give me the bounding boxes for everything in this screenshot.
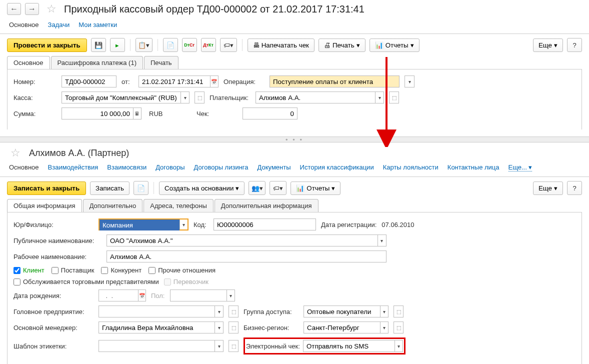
parent-open-button[interactable]: ⬚ [228,306,238,318]
save-and-close-button[interactable]: Записать и закрыть [7,182,86,195]
competitor-checkbox[interactable]: Конкурент [101,266,142,274]
create-based-button[interactable]: Создать на основании▾ [159,182,244,195]
number-label: Номер: [14,78,56,86]
manager-input[interactable]: ▾ [98,322,224,334]
nav-leasing[interactable]: Договоры лизинга [194,164,248,172]
nav-documents[interactable]: Документы [258,164,291,172]
client-checkbox[interactable]: Клиент [14,266,44,274]
clipboard-icon-button[interactable]: 📋▾ [136,38,152,52]
operation-dropdown-button[interactable]: ▾ [404,76,414,88]
check-input[interactable] [242,108,298,120]
printer-icon: 🖶 [253,42,260,49]
sum-input[interactable]: 🖩 [62,108,142,120]
nav-back-button[interactable]: ← [7,3,21,15]
yur-select[interactable]: ▾ [98,218,188,230]
splitter[interactable] [0,136,589,142]
access-open-button[interactable]: ⬚ [394,306,404,318]
nav-main[interactable]: Основное [9,164,39,172]
tab-main[interactable]: Основное [7,56,50,69]
dropdown-icon[interactable]: ▾ [214,340,223,352]
open-icon[interactable]: ⬚ [390,92,398,103]
tab-print[interactable]: Печать [144,56,178,69]
echeck-select[interactable]: ▾ [303,340,403,352]
nav-history[interactable]: История классификации [300,164,374,172]
parent-input[interactable]: ▾ [98,306,224,318]
manager-open-button[interactable]: ⬚ [228,322,238,334]
tab-decode[interactable]: Расшифровка платежа (1) [51,56,143,69]
post-icon-button[interactable]: ▸ [110,38,125,52]
nav-contacts[interactable]: Контактные лица [448,164,500,172]
doc-icon-button[interactable]: 📄 [163,38,178,52]
tab-addinfo[interactable]: Дополнительная информация [214,199,318,212]
nav-relations[interactable]: Взаимосвязи [107,164,146,172]
partner-title: Алхимов А.А. (Партнер) [29,148,129,158]
tab-addresses[interactable]: Адреса, телефоны [144,199,214,212]
dropdown-icon[interactable]: ▾ [380,322,388,333]
post-and-close-button[interactable]: Провести и закрыть [7,38,87,52]
nav-forward-button[interactable]: → [25,3,39,15]
tab-additional[interactable]: Дополнительно [83,199,143,212]
section-main[interactable]: Основное [9,21,39,28]
pubname-input[interactable]: ▾ [106,234,386,246]
partner-more-button[interactable]: Еще▾ [533,182,563,195]
kassa-input[interactable]: ▾ [62,92,190,104]
served-checkbox[interactable]: Обслуживается торговыми представителями [14,278,159,286]
page-title: Приходный кассовый ордер ТД00-000002 от … [64,4,364,15]
payer-input[interactable]: ▾ [256,92,384,104]
nav-more[interactable]: Еще... ▾ [508,164,532,172]
calculator-icon[interactable]: 🖩 [133,108,141,119]
dropdown-icon[interactable]: ▾ [214,322,223,333]
code-input[interactable] [214,218,316,230]
dropdown-icon[interactable]: ▾ [180,220,188,230]
dtcr-icon-button[interactable]: DтCr [182,38,197,52]
calendar-icon: 📅 [138,290,146,301]
dropdown-icon[interactable]: ▾ [378,235,386,246]
tab-general[interactable]: Общая информация [7,199,82,212]
supplier-checkbox[interactable]: Поставщик [52,266,94,274]
more-button[interactable]: Еще▾ [533,38,563,52]
dropdown-icon[interactable]: ▾ [180,92,189,103]
dropdown-icon[interactable]: ▾ [394,340,403,352]
dropdown-icon[interactable]: ▾ [380,306,388,317]
nav-loyalty[interactable]: Карты лояльности [383,164,438,172]
region-open-button[interactable]: ⬚ [394,322,404,334]
number-input[interactable] [62,76,116,88]
payer-open-button[interactable]: ⬚ [389,92,399,104]
template-label: Шаблон этикетки: [14,342,94,350]
kassa-open-button[interactable]: ⬚ [194,92,204,104]
region-label: Бизнес-регион: [244,324,298,332]
reports-button[interactable]: 📊Отчеты▾ [370,38,420,52]
other-rel-checkbox[interactable]: Прочие отношения [148,266,216,274]
open-icon[interactable]: ⬚ [195,92,204,103]
sum-label: Сумма: [14,110,56,118]
save-button[interactable]: Записать [90,182,130,195]
dropdown-icon[interactable]: ▾ [375,92,384,103]
favorite-star-icon[interactable]: ☆ [46,4,57,14]
section-notes[interactable]: Мои заметки [78,21,117,28]
section-tasks[interactable]: Задачи [48,21,70,28]
dropdown-icon[interactable]: ▾ [214,306,223,317]
calendar-icon[interactable]: 📅 [210,76,218,87]
users-icon-button[interactable]: 👥▾ [248,181,266,195]
save-icon-button[interactable]: 💾 [91,38,106,52]
print-button[interactable]: 🖨Печать▾ [318,38,366,52]
printer-icon: 🖨 [324,42,330,49]
dtkt-icon-button[interactable]: ДтКт [201,38,216,52]
operation-select[interactable] [270,76,400,88]
file-icon-button[interactable]: 📄 [134,181,148,195]
favorite-star-icon[interactable]: ☆ [10,148,21,158]
region-input[interactable]: ▾ [304,322,388,334]
access-input[interactable]: ▾ [304,306,388,318]
nav-interactions[interactable]: Взаимодействия [48,164,98,172]
nav-contracts[interactable]: Договоры [156,164,184,172]
date-input[interactable]: 📅 [138,76,218,88]
tag-icon-button[interactable]: 🏷▾ [270,181,286,195]
template-input[interactable]: ▾ [98,340,224,352]
partner-help-button[interactable]: ? [567,181,582,195]
workname-input[interactable] [106,250,386,262]
price-tag-button[interactable]: 🏷▾ [220,38,237,52]
template-open-button[interactable]: ⬚ [228,340,238,352]
partner-reports-button[interactable]: 📊Отчеты▾ [290,182,340,195]
help-button[interactable]: ? [567,38,582,52]
print-check-button[interactable]: 🖶Напечатать чек [248,38,314,52]
